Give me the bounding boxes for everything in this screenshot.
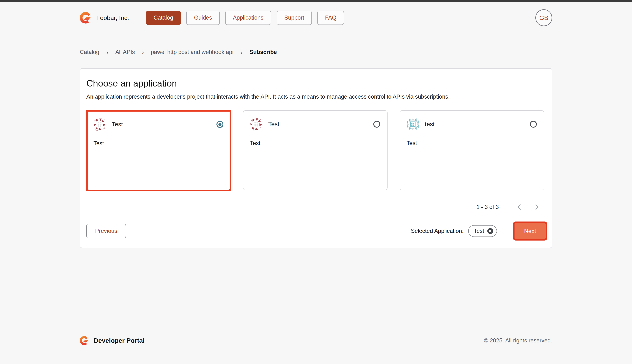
chevron-left-icon [516,203,523,211]
radio-selected-icon[interactable] [216,120,224,128]
cancel-icon[interactable] [487,228,494,234]
app-name: Test [268,121,280,128]
app-name: test [425,121,434,128]
nav-catalog[interactable]: Catalog [146,10,181,25]
breadcrumb-all-apis[interactable]: All APIs [115,49,135,56]
selected-application-label: Selected Application: [411,228,464,234]
nav-guides[interactable]: Guides [186,10,220,25]
app-description: Test [406,140,537,146]
pagination-range-label: 1 - 3 of 3 [476,204,499,210]
pagination-prev-button[interactable] [510,201,528,213]
brand-logo-icon [80,12,92,24]
footer-brand-label: Developer Portal [94,337,144,344]
brand-link[interactable]: Foobar, Inc. [80,12,129,24]
page-title: Choose an application [86,78,546,89]
nav-applications[interactable]: Applications [225,10,271,25]
copyright-text: © 2025. All rights reserved. [484,337,552,344]
breadcrumb-api-name[interactable]: pawel http post and webhook api [151,49,234,56]
wizard-actions: Previous Selected Application: Test Next [86,223,546,239]
selected-application-chip: Test [468,225,497,237]
breadcrumb: Catalog › All APIs › pawel http post and… [80,48,552,56]
breadcrumb-separator: › [240,49,242,56]
next-button[interactable]: Next [514,223,546,239]
app-name: Test [112,121,123,128]
user-avatar[interactable]: GB [536,9,552,26]
brand-name: Foobar, Inc. [96,14,129,22]
application-card-test-1[interactable]: Test Test [86,110,231,190]
breadcrumb-catalog[interactable]: Catalog [80,49,99,56]
chip-label: Test [474,228,484,234]
chevron-right-icon [533,203,541,211]
app-identicon-icon [406,118,419,130]
radio-unselected-icon[interactable] [373,120,380,128]
previous-button[interactable]: Previous [86,224,126,238]
pagination-next-button[interactable] [528,201,546,213]
page: Foobar, Inc. Catalog Guides Applications… [0,0,632,364]
application-card-list: Test Test Test [86,110,546,190]
breadcrumb-separator: › [106,49,108,56]
header: Foobar, Inc. Catalog Guides Applications… [80,9,552,26]
choose-application-panel: Choose an application An application rep… [80,68,552,248]
app-identicon-icon [94,118,106,130]
breadcrumb-separator: › [142,49,144,56]
application-card-test-3[interactable]: test Test [400,110,544,190]
app-identicon-icon [250,118,262,130]
pagination: 1 - 3 of 3 [86,201,546,213]
footer-brand: Developer Portal [80,336,144,345]
main-nav: Catalog Guides Applications Support FAQ [146,10,344,25]
footer-logo-icon [80,336,89,345]
footer: Developer Portal © 2025. All rights rese… [80,332,552,349]
radio-unselected-icon[interactable] [530,120,537,128]
nav-support[interactable]: Support [277,10,312,25]
application-card-test-2[interactable]: Test Test [243,110,388,190]
app-description: Test [94,140,224,147]
page-subtitle: An application represents a developer's … [86,94,546,100]
breadcrumb-current: Subscribe [250,49,277,56]
nav-faq[interactable]: FAQ [317,10,344,25]
top-bar [0,0,632,2]
app-description: Test [250,140,380,146]
